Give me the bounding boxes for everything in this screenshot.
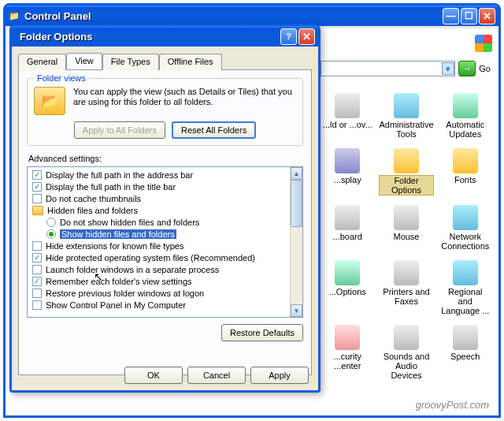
cp-icon-label: Automatic Updates	[440, 120, 491, 139]
cp-icon-glyph	[453, 325, 478, 350]
cp-icon-label: Folder Options	[379, 175, 433, 196]
cp-icon-glyph	[394, 325, 419, 350]
checkbox-icon[interactable]	[32, 300, 42, 310]
tree-item-label: Remember each folder's view settings	[46, 277, 192, 286]
dialog-body: General View File Types Offline Files Fo…	[12, 47, 318, 390]
checkbox-icon[interactable]	[32, 194, 42, 203]
tab-general[interactable]: General	[18, 54, 66, 70]
reset-all-folders-button[interactable]: Reset All Folders	[172, 121, 256, 139]
apply-all-folders-button[interactable]: Apply to All Folders	[74, 121, 165, 139]
cp-icon[interactable]: Fonts	[439, 147, 492, 197]
tree-row[interactable]: Hidden files and folders	[28, 204, 290, 216]
tab-offline-files[interactable]: Offline Files	[159, 54, 222, 70]
checkbox-icon[interactable]: ✓	[32, 182, 42, 192]
cancel-button[interactable]: Cancel	[187, 367, 246, 384]
tree-scrollbar[interactable]: ▲ ▼	[290, 167, 302, 317]
apply-button[interactable]: Apply	[250, 367, 309, 384]
cp-icon[interactable]: Administrative Tools	[377, 91, 435, 140]
cp-icon[interactable]: Sounds and Audio Devices	[377, 323, 435, 382]
radio-icon[interactable]	[46, 218, 56, 227]
cp-icon[interactable]: ...board	[321, 203, 374, 252]
minimize-button[interactable]: —	[443, 8, 459, 24]
tab-file-types[interactable]: File Types	[102, 54, 159, 70]
tree-item-label: Show Control Panel in My Computer	[46, 300, 186, 310]
window-title: Control Panel	[24, 10, 91, 22]
cp-icon[interactable]: Automatic Updates	[439, 91, 492, 140]
tree-row[interactable]: Restore previous folder windows at logon	[28, 287, 290, 299]
tree-row[interactable]: Show hidden files and folders	[28, 228, 290, 240]
cp-icon[interactable]: ...splay	[321, 147, 374, 197]
checkbox-icon[interactable]	[32, 289, 42, 298]
cp-icon[interactable]: Printers and Faxes	[377, 259, 435, 317]
checkbox-icon[interactable]	[32, 265, 42, 274]
address-dropdown-icon[interactable]: ▾	[442, 62, 454, 75]
cp-icon[interactable]: Network Connections	[439, 203, 492, 252]
tree-row[interactable]: Hide extensions for known file types	[28, 240, 290, 251]
cp-icon-glyph	[335, 205, 360, 230]
tree-item-label: Display the full path in the title bar	[46, 182, 176, 192]
checkbox-icon[interactable]: ✓	[32, 253, 42, 263]
cp-icon-glyph	[335, 93, 360, 118]
icon-grid: ...ld or ...ov...Administrative ToolsAut…	[321, 91, 492, 392]
checkbox-icon[interactable]: ✓	[32, 170, 42, 180]
cp-icon[interactable]: Speech	[439, 323, 492, 382]
tree-item-label: Restore previous folder windows at logon	[46, 289, 204, 298]
cp-icon[interactable]: ...ld or ...ov...	[321, 91, 374, 140]
tree-row[interactable]: Do not cache thumbnails	[28, 192, 290, 204]
cp-icon[interactable]: ...Options	[321, 259, 374, 317]
tree-item-label: Hide protected operating system files (R…	[46, 253, 255, 263]
tree-row[interactable]: Launch folder windows in a separate proc…	[28, 263, 290, 275]
dialog-close-button[interactable]: ✕	[298, 28, 315, 45]
cp-icon-label: ...curity ...enter	[322, 352, 372, 371]
ok-button[interactable]: OK	[124, 367, 183, 384]
cp-icon-glyph	[453, 148, 478, 173]
tab-view[interactable]: View	[66, 53, 102, 69]
radio-icon[interactable]	[46, 229, 56, 239]
cp-icon-label: ...Options	[329, 287, 366, 296]
restore-defaults-button[interactable]: Restore Defaults	[221, 324, 303, 341]
cp-icon-label: Administrative Tools	[379, 120, 433, 139]
tree-item-label: Hidden files and folders	[47, 206, 138, 215]
maximize-button[interactable]: ☐	[461, 8, 477, 24]
folder-views-text: You can apply the view (such as Details …	[73, 87, 296, 107]
go-button[interactable]: →	[458, 61, 476, 76]
cp-icon[interactable]: Regional and Language ...	[439, 259, 492, 317]
cp-icon-label: ...board	[333, 232, 362, 241]
cp-icon[interactable]: Mouse	[377, 203, 435, 252]
close-button[interactable]: ✕	[479, 8, 495, 24]
watermark: groovyPost.com	[416, 399, 489, 411]
cp-icon-label: Regional and Language ...	[440, 287, 491, 315]
tree-item-label: Launch folder windows in a separate proc…	[46, 265, 219, 274]
folder-icon	[32, 206, 43, 215]
tree-row[interactable]: ✓Hide protected operating system files (…	[28, 251, 290, 263]
cp-icon[interactable]: ...curity ...enter	[321, 323, 374, 382]
tree-item-label: Do not cache thumbnails	[46, 194, 141, 203]
advanced-settings-label: Advanced settings:	[28, 154, 303, 163]
help-button[interactable]: ?	[280, 28, 297, 45]
cp-icon-glyph	[453, 260, 478, 285]
tree-row[interactable]: Do not show hidden files and folders	[28, 216, 290, 228]
cp-icon-glyph	[394, 148, 419, 173]
cp-icon-label: Fonts	[454, 175, 476, 184]
dialog-title: Folder Options	[20, 31, 92, 43]
checkbox-icon[interactable]: ✓	[32, 277, 42, 286]
scroll-down-icon[interactable]: ▼	[291, 304, 302, 317]
scroll-thumb[interactable]	[291, 180, 302, 227]
cp-icon-glyph	[335, 260, 360, 285]
dialog-footer: OK Cancel Apply	[124, 367, 309, 384]
checkbox-icon[interactable]	[32, 241, 42, 251]
cp-icon-glyph	[453, 205, 478, 230]
address-field[interactable]: ▾	[321, 61, 455, 76]
cp-icon[interactable]: Folder Options	[377, 147, 435, 197]
cp-icon-label: Speech	[450, 352, 480, 361]
windows-logo-icon	[475, 35, 492, 52]
advanced-settings-tree[interactable]: ✓Display the full path in the address ba…	[27, 166, 303, 318]
tree-row[interactable]: Show Control Panel in My Computer	[28, 299, 290, 311]
scroll-up-icon[interactable]: ▲	[291, 167, 302, 180]
cp-icon-glyph	[453, 93, 478, 118]
tree-row[interactable]: ✓Display the full path in the address ba…	[28, 169, 290, 181]
tree-row[interactable]: ✓Remember each folder's view settings	[28, 275, 290, 287]
cp-icon-glyph	[335, 148, 360, 173]
tree-row[interactable]: ✓Display the full path in the title bar	[28, 181, 290, 192]
dialog-titlebar: Folder Options ? ✕	[12, 26, 318, 47]
